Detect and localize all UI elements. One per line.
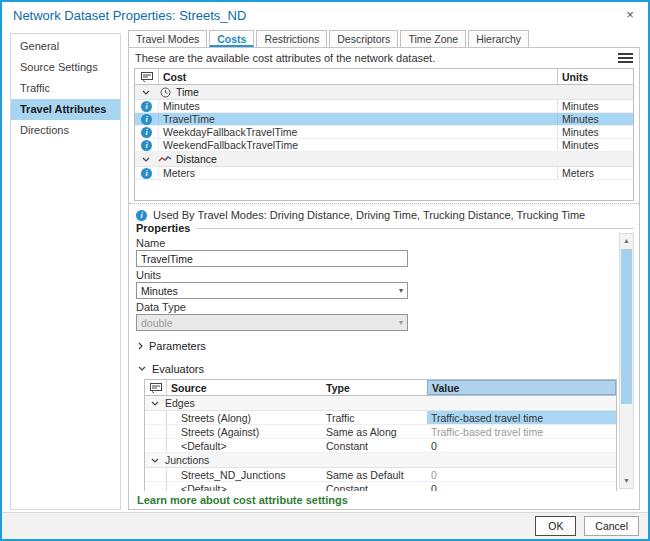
info-icon: i <box>136 210 147 221</box>
cost-row-weekdayfallback[interactable]: i WeekdayFallbackTravelTime Minutes <box>135 126 633 139</box>
properties-legend: Properties <box>136 222 196 234</box>
group-row-distance[interactable]: Distance <box>135 152 633 167</box>
menu-icon[interactable] <box>618 51 633 65</box>
cost-units: Minutes <box>557 126 633 138</box>
sidebar-item-traffic[interactable]: Traffic <box>11 78 120 99</box>
tab-descriptors[interactable]: Descriptors <box>329 30 398 47</box>
evaluators-header: Source Type Value <box>145 380 616 396</box>
evaluator-source: Streets_ND_Junctions <box>167 468 322 481</box>
name-input[interactable] <box>136 250 408 267</box>
info-icon: i <box>141 114 152 125</box>
sidebar-item-travel-attributes[interactable]: Travel Attributes <box>11 99 120 120</box>
panel-caption: These are the available cost attributes … <box>135 52 618 64</box>
evaluator-row-edges-default[interactable]: <Default> Constant 0 <box>145 439 616 453</box>
chevron-right-icon <box>138 342 143 350</box>
chevron-down-icon: ▾ <box>399 286 403 295</box>
units-select-value: Minutes <box>141 285 399 297</box>
column-header-type: Type <box>322 380 427 395</box>
evaluator-row-streets-against[interactable]: Streets (Against) Same as Along Traffic-… <box>145 425 616 439</box>
properties-group: Properties Name Units Minutes ▾ Data Typ… <box>136 228 634 491</box>
evaluator-column-icon <box>135 69 159 84</box>
units-select[interactable]: Minutes ▾ <box>136 282 408 299</box>
chevron-down-icon[interactable] <box>145 401 165 406</box>
info-icon: i <box>141 140 152 151</box>
data-type-label: Data Type <box>136 301 617 313</box>
tab-time-zone[interactable]: Time Zone <box>400 30 466 47</box>
used-by-text: Used By Travel Modes: Driving Distance, … <box>153 209 585 221</box>
cost-name: TravelTime <box>159 113 557 125</box>
group-label-distance: Distance <box>173 153 217 165</box>
clock-icon <box>157 87 173 98</box>
column-header-units: Units <box>557 69 633 84</box>
info-icon: i <box>141 168 152 179</box>
evaluator-row-streets-along[interactable]: Streets (Along) Traffic Traffic-based tr… <box>145 411 616 425</box>
tab-restrictions[interactable]: Restrictions <box>256 30 327 47</box>
settings-sidebar: General Source Settings Traffic Travel A… <box>10 33 121 510</box>
caption-row: These are the available cost attributes … <box>129 48 639 68</box>
parameters-expander[interactable]: Parameters <box>136 337 617 354</box>
cost-table-header: Cost Units <box>135 69 633 85</box>
evaluator-type[interactable]: Constant <box>322 482 427 491</box>
scrollbar-thumb[interactable] <box>621 249 632 404</box>
cost-units: Minutes <box>557 139 633 151</box>
evaluator-type[interactable]: Same as Default <box>322 468 427 481</box>
tab-costs[interactable]: Costs <box>209 30 254 47</box>
info-icon: i <box>141 127 152 138</box>
data-type-select-value: double <box>141 317 399 329</box>
parameters-label: Parameters <box>149 340 206 352</box>
cost-row-minutes[interactable]: i Minutes Minutes <box>135 100 633 113</box>
cost-row-weekendfallback[interactable]: i WeekendFallbackTravelTime Minutes <box>135 139 633 152</box>
group-label-time: Time <box>173 86 199 98</box>
dialog-footer: OK Cancel <box>2 512 648 539</box>
evaluator-source: Streets (Against) <box>167 425 322 438</box>
costs-tab-panel: These are the available cost attributes … <box>128 47 640 510</box>
vertical-scrollbar[interactable]: ▲ ▼ <box>619 233 634 489</box>
group-row-time[interactable]: Time <box>135 85 633 100</box>
group-label-edges: Edges <box>165 397 195 409</box>
evaluator-type[interactable]: Traffic <box>322 411 427 424</box>
tab-hierarchy[interactable]: Hierarchy <box>468 30 529 47</box>
scroll-up-icon[interactable]: ▲ <box>620 234 633 248</box>
data-type-select: double ▾ <box>136 314 408 331</box>
dialog-title: Network Dataset Properties: Streets_ND <box>13 8 246 23</box>
evaluator-row-junctions-source[interactable]: Streets_ND_Junctions Same as Default 0 <box>145 468 616 482</box>
evaluator-row-junctions-default[interactable]: <Default> Constant 0 <box>145 482 616 491</box>
chevron-down-icon[interactable] <box>135 157 157 162</box>
group-row-edges[interactable]: Edges <box>145 396 616 411</box>
learn-more-link[interactable]: Learn more about cost attribute settings <box>137 494 348 506</box>
sidebar-item-source-settings[interactable]: Source Settings <box>11 57 120 78</box>
name-label: Name <box>136 237 617 249</box>
chevron-down-icon[interactable] <box>135 90 157 95</box>
evaluator-source: <Default> <box>167 439 322 452</box>
group-label-junctions: Junctions <box>165 454 209 466</box>
chevron-down-icon[interactable] <box>145 458 165 463</box>
evaluators-expander[interactable]: Evaluators <box>136 360 617 377</box>
evaluator-type[interactable]: Same as Along <box>322 425 427 438</box>
evaluators-table: Source Type Value Edges Stre <box>144 379 617 491</box>
tab-travel-modes[interactable]: Travel Modes <box>128 30 207 47</box>
chevron-down-icon: ▾ <box>399 318 403 327</box>
evaluator-type[interactable]: Constant <box>322 439 427 452</box>
sidebar-item-general[interactable]: General <box>11 36 120 57</box>
cost-row-traveltime[interactable]: i TravelTime Minutes <box>135 113 633 126</box>
scroll-down-icon[interactable]: ▼ <box>620 474 633 488</box>
evaluator-value[interactable]: Traffic-based travel time <box>427 425 616 438</box>
ok-button[interactable]: OK <box>535 516 576 536</box>
cost-row-meters[interactable]: i Meters Meters <box>135 167 633 180</box>
tab-strip: Travel Modes Costs Restrictions Descript… <box>128 30 640 47</box>
network-dataset-properties-dialog: Network Dataset Properties: Streets_ND ×… <box>0 0 650 541</box>
evaluator-source: <Default> <box>167 482 322 491</box>
close-icon[interactable]: × <box>621 6 639 24</box>
group-row-junctions[interactable]: Junctions <box>145 453 616 468</box>
cancel-button[interactable]: Cancel <box>584 516 639 536</box>
evaluator-value[interactable]: 0 <box>427 482 616 491</box>
column-header-value: Value <box>427 380 616 395</box>
evaluator-value[interactable]: 0 <box>427 439 616 452</box>
evaluator-value[interactable]: 0 <box>427 468 616 481</box>
evaluator-value-selected[interactable]: Traffic-based travel time <box>427 411 616 424</box>
cost-table-empty-area <box>135 180 633 200</box>
main-content: Travel Modes Costs Restrictions Descript… <box>128 30 640 510</box>
cost-name: Meters <box>159 167 557 179</box>
sidebar-item-directions[interactable]: Directions <box>11 120 120 141</box>
cost-attributes-table: Cost Units Time i Minutes Minutes <box>134 68 634 201</box>
